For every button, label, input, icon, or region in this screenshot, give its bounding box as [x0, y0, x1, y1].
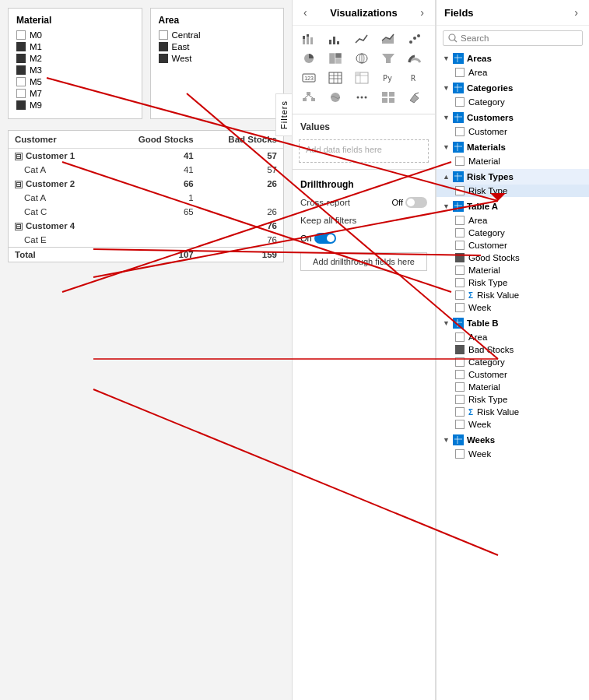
viz-icon-py[interactable]: Py [378, 69, 398, 86]
field-checkbox-ta-risk-value[interactable] [455, 290, 465, 300]
cross-report-toggle[interactable]: Off [392, 197, 427, 208]
field-item-ta-week[interactable]: Week [436, 301, 589, 314]
field-item-tb-material[interactable]: Material [436, 381, 589, 393]
field-item-ta-material[interactable]: Material [436, 264, 589, 276]
field-group-areas-header[interactable]: ▼ Areas [436, 51, 589, 66]
viz-collapse-left[interactable]: ‹ [300, 6, 310, 19]
field-group-table-a-header[interactable]: ▼ Table A [436, 199, 589, 214]
field-item-tb-risk-value[interactable]: Σ Risk Value [436, 406, 589, 418]
viz-icon-earth[interactable] [325, 89, 345, 106]
field-checkbox-ta-customer[interactable] [455, 241, 465, 250]
viz-icon-ellipsis[interactable] [352, 89, 372, 106]
filter-item-east[interactable]: East [159, 42, 276, 51]
field-item-tb-area[interactable]: Area [436, 331, 589, 343]
field-item-materials-material[interactable]: Material [436, 155, 589, 167]
viz-icon-r[interactable]: R [405, 69, 425, 86]
filter-item-central[interactable]: Central [159, 30, 276, 40]
viz-icon-stacked-bar[interactable] [299, 30, 319, 47]
viz-icon-card[interactable]: 123 [299, 69, 319, 86]
field-item-ta-area[interactable]: Area [436, 214, 589, 227]
viz-icon-area-chart[interactable] [378, 30, 398, 47]
viz-icon-line-chart[interactable] [352, 30, 372, 47]
field-item-tb-bad-stocks[interactable]: Bad Stocks [436, 343, 589, 356]
expand-icon[interactable]: ⊟ [15, 181, 23, 188]
checkbox-central[interactable] [159, 30, 168, 40]
field-item-customers-customer[interactable]: Customer [436, 125, 589, 138]
viz-icon-bar-chart[interactable] [325, 30, 345, 47]
field-group-materials-header[interactable]: ▼ Materials [436, 139, 589, 155]
field-item-tb-week[interactable]: Week [436, 418, 589, 431]
field-item-ta-customer[interactable]: Customer [436, 239, 589, 252]
field-checkbox-tb-category[interactable] [455, 357, 465, 367]
field-group-weeks-header[interactable]: ▼ Weeks [436, 432, 589, 448]
field-checkbox-ta-material[interactable] [455, 266, 465, 275]
viz-icon-paint-bucket[interactable] [405, 89, 425, 106]
viz-icon-scatter[interactable] [405, 30, 425, 47]
field-checkbox-ta-risk-type[interactable] [455, 278, 465, 287]
viz-icon-matrix[interactable] [352, 69, 372, 86]
field-item-risk-types-risk-type[interactable]: Risk Type [436, 185, 589, 197]
field-group-customers-header[interactable]: ▼ Customers [436, 110, 589, 125]
field-checkbox-tb-risk-type[interactable] [455, 395, 465, 404]
toggle-track-off[interactable] [405, 197, 427, 208]
field-checkbox-tb-week[interactable] [455, 420, 465, 429]
filter-item-m5[interactable]: M5 [16, 77, 134, 86]
checkbox-m9[interactable] [16, 100, 26, 110]
filter-item-m7[interactable]: M7 [16, 89, 134, 98]
field-item-ta-risk-value[interactable]: Σ Risk Value [436, 289, 589, 301]
field-item-ta-risk-type[interactable]: Risk Type [436, 276, 589, 289]
checkbox-m7[interactable] [16, 89, 26, 98]
field-checkbox-customers-customer[interactable] [455, 127, 465, 136]
checkbox-west[interactable] [159, 54, 168, 63]
filter-item-m9[interactable]: M9 [16, 100, 134, 110]
filter-item-m3[interactable]: M3 [16, 65, 134, 75]
table-row[interactable]: ⊟Customer 2 66 26 [9, 177, 283, 191]
search-box[interactable] [443, 30, 583, 46]
field-checkbox-weeks-week[interactable] [455, 449, 465, 459]
field-item-areas-area[interactable]: Area [436, 66, 589, 79]
add-drillthrough-button[interactable]: Add drillthrough fields here [300, 252, 427, 271]
viz-icon-pie-chart[interactable] [299, 50, 319, 67]
filled-checkbox-ta-good-stocks[interactable] [455, 253, 465, 262]
checkbox-m0[interactable] [16, 30, 26, 40]
viz-icon-table[interactable] [325, 69, 345, 86]
filter-item-west[interactable]: West [159, 54, 276, 63]
filter-item-m2[interactable]: M2 [16, 54, 134, 63]
field-item-categories-category[interactable]: Category [436, 96, 589, 108]
filter-item-m1[interactable]: M1 [16, 42, 134, 51]
filters-tab[interactable]: Filters [275, 93, 293, 136]
fields-collapse-button[interactable]: › [571, 6, 581, 19]
field-item-tb-customer[interactable]: Customer [436, 368, 589, 381]
field-checkbox-categories-category[interactable] [455, 97, 465, 107]
expand-icon[interactable]: ⊟ [15, 223, 23, 230]
field-checkbox-tb-risk-value[interactable] [455, 407, 465, 417]
viz-icon-treemap[interactable] [325, 50, 345, 67]
viz-icon-funnel[interactable] [378, 50, 398, 67]
field-checkbox-tb-customer[interactable] [455, 370, 465, 379]
viz-icon-grid-view[interactable] [378, 89, 398, 106]
field-item-tb-category[interactable]: Category [436, 356, 589, 368]
field-item-ta-good-stocks[interactable]: Good Stocks [436, 252, 589, 264]
field-checkbox-risk-type[interactable] [455, 186, 465, 195]
field-checkbox-tb-material[interactable] [455, 382, 465, 392]
viz-icon-decomp[interactable] [299, 89, 319, 106]
field-item-ta-category[interactable]: Category [436, 227, 589, 239]
field-item-weeks-week[interactable]: Week [436, 448, 589, 460]
checkbox-east[interactable] [159, 42, 168, 51]
field-item-tb-risk-type[interactable]: Risk Type [436, 393, 589, 406]
field-group-risk-types-header[interactable]: ▲ Risk Types [436, 169, 589, 185]
table-row[interactable]: ⊟Customer 4 76 [9, 219, 283, 233]
filled-checkbox-tb-bad-stocks[interactable] [455, 345, 465, 354]
viz-collapse-right[interactable]: › [417, 6, 427, 19]
checkbox-m5[interactable] [16, 77, 26, 86]
checkbox-m2[interactable] [16, 54, 26, 63]
add-data-fields-area[interactable]: Add data fields here [299, 139, 429, 163]
checkbox-m1[interactable] [16, 42, 26, 51]
filter-item-m0[interactable]: M0 [16, 30, 134, 40]
keep-filters-toggle[interactable]: On [300, 233, 336, 244]
field-group-table-b-header[interactable]: ▼ Table B [436, 315, 589, 331]
table-row[interactable]: ⊟Customer 1 41 57 [9, 149, 283, 164]
field-group-categories-header[interactable]: ▼ Categories [436, 80, 589, 96]
search-input[interactable] [461, 33, 577, 43]
viz-icon-gauge[interactable] [405, 50, 425, 67]
